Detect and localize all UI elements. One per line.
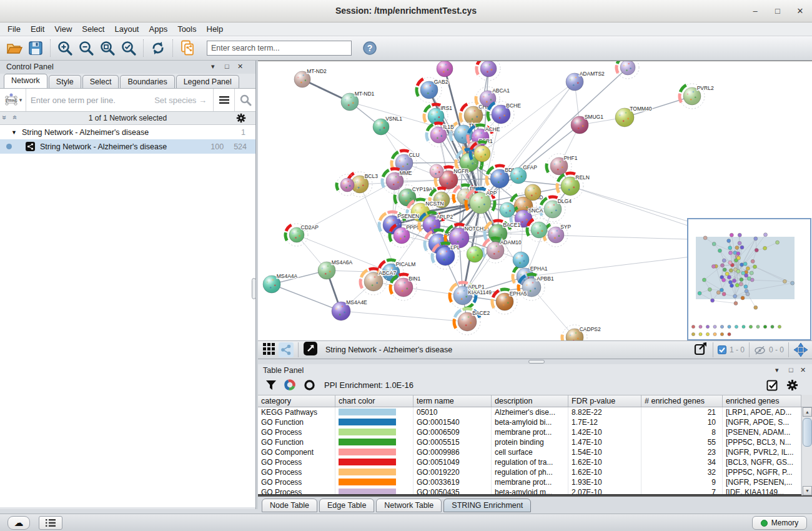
menu-item-view[interactable]: View: [49, 22, 77, 36]
column-header-description[interactable]: description: [492, 395, 568, 407]
remove-charts-button[interactable]: [304, 379, 315, 391]
network-node[interactable]: [500, 202, 515, 217]
save-session-button[interactable]: [25, 38, 46, 58]
network-node-mt-nd2[interactable]: MT-ND2: [294, 68, 327, 87]
network-node[interactable]: [430, 164, 443, 178]
column-header-term-name[interactable]: term name: [413, 395, 492, 407]
network-node-apbb1[interactable]: APBB1: [518, 274, 554, 300]
network-share-toggle[interactable]: [279, 342, 294, 357]
draw-charts-button[interactable]: [284, 379, 296, 391]
table-row[interactable]: GO FunctionGO:0001540beta-amyloid bi...1…: [258, 417, 801, 427]
network-node-bace2[interactable]: BACE2: [454, 309, 490, 335]
network-node[interactable]: [477, 61, 500, 81]
network-node-epha5[interactable]: EPHA5: [492, 289, 527, 314]
menu-item-apps[interactable]: Apps: [144, 22, 173, 36]
string-options-button[interactable]: [213, 89, 234, 111]
import-network-button[interactable]: [177, 38, 198, 58]
vertical-splitter-handle[interactable]: [252, 278, 256, 299]
zoom-in-button[interactable]: [54, 38, 76, 58]
minimize-button[interactable]: –: [747, 5, 763, 17]
menu-item-select[interactable]: Select: [77, 22, 109, 36]
tab-style[interactable]: Style: [49, 75, 81, 88]
table-row[interactable]: GO FunctionGO:0005515protein binding1.47…: [258, 437, 801, 447]
table-row[interactable]: GO ProcessGO:0051049regulation of tra...…: [258, 457, 801, 467]
table-row[interactable]: GO ProcessGO:0019220regulation of ph...1…: [258, 467, 801, 477]
network-node[interactable]: [527, 218, 551, 242]
tab-network[interactable]: Network: [4, 74, 47, 88]
export-network-button[interactable]: [693, 341, 708, 359]
panel-menu-icon[interactable]: ▾: [775, 366, 779, 374]
menu-item-file[interactable]: File: [2, 22, 26, 36]
panel-close-icon[interactable]: ✕: [800, 366, 806, 374]
panel-close-icon[interactable]: ✕: [237, 62, 243, 71]
column-header--enriched-genes[interactable]: # enriched genes: [641, 395, 723, 407]
string-protein-query-selector[interactable]: STRING ▾: [0, 89, 26, 111]
memory-status-button[interactable]: Memory: [752, 516, 807, 530]
gear-icon[interactable]: [236, 113, 246, 123]
select-settings-checkbox-icon[interactable]: [766, 380, 778, 391]
zoom-fit-button[interactable]: [97, 38, 118, 58]
network-node-tomm40[interactable]: TOMM40: [615, 106, 652, 127]
column-header-category[interactable]: category: [258, 395, 335, 407]
close-button[interactable]: ✕: [792, 5, 808, 17]
open-session-button[interactable]: [4, 38, 25, 58]
birdseye-overview-panel[interactable]: [687, 218, 811, 340]
network-node-syp[interactable]: SYP: [544, 223, 572, 247]
scroll-up-arrow[interactable]: ▲: [803, 407, 812, 417]
filter-enrichment-button[interactable]: [265, 380, 277, 390]
scroll-down-arrow[interactable]: ▼: [803, 486, 812, 495]
network-node-aplp1[interactable]: APLP1KIAA1149: [450, 282, 492, 309]
network-collection-row[interactable]: ▼ String Network - Alzheimer's disease 1: [0, 125, 255, 139]
tab-boundaries[interactable]: Boundaries: [120, 75, 174, 88]
network-node-ms4a4a[interactable]: MS4A4A: [263, 273, 298, 294]
column-header-FDR-p-value[interactable]: FDR p-value: [568, 395, 641, 407]
network-node-bin1[interactable]: BIN1: [390, 274, 420, 300]
table-row[interactable]: GO ProcessGO:0033619membrane prot...1.93…: [258, 477, 801, 487]
panel-menu-icon[interactable]: ▾: [211, 62, 215, 71]
table-vertical-scrollbar[interactable]: ▲ ▼: [801, 407, 812, 495]
help-button[interactable]: ?: [359, 38, 380, 58]
task-history-button[interactable]: [39, 516, 62, 530]
tab-string-enrichment[interactable]: STRING Enrichment: [443, 499, 531, 512]
network-node-pvrl2[interactable]: PVRL2: [680, 84, 714, 109]
grid-view-button[interactable]: [263, 343, 275, 357]
table-row[interactable]: KEGG Pathways05010Alzheimer's dise...8.8…: [258, 407, 801, 417]
network-node-ms4a6a[interactable]: MS4A6A: [318, 259, 353, 280]
tab-edge-table[interactable]: Edge Table: [319, 499, 374, 512]
maximize-button[interactable]: □: [770, 5, 786, 17]
fit-selected-icon[interactable]: [793, 342, 808, 357]
cloud-tasks-button[interactable]: ☁: [7, 516, 30, 530]
refresh-button[interactable]: [147, 38, 169, 58]
network-node-dlg4[interactable]: DLG4: [540, 197, 572, 222]
table-row[interactable]: GO ProcessGO:0050435beta-amyloid m...2.0…: [258, 487, 801, 495]
tab-network-table[interactable]: Network Table: [376, 499, 442, 512]
tab-legend-panel[interactable]: Legend Panel: [176, 75, 239, 88]
panel-float-icon[interactable]: □: [225, 62, 229, 70]
selected-checkbox-icon[interactable]: [718, 345, 726, 354]
birdseye-toggle-button[interactable]: [303, 341, 318, 359]
tree-expand-caret[interactable]: ▼: [11, 129, 17, 136]
network-node-smug1[interactable]: SMUG1: [571, 114, 603, 134]
panel-float-icon[interactable]: □: [789, 366, 793, 374]
gear-icon[interactable]: [786, 379, 798, 391]
menu-item-help[interactable]: Help: [202, 22, 229, 36]
network-row-selected[interactable]: String Network - Alzheimer's disease 100…: [0, 139, 255, 154]
tab-node-table[interactable]: Node Table: [262, 499, 317, 512]
network-node[interactable]: [513, 252, 529, 268]
network-node[interactable]: [525, 184, 541, 201]
menu-item-layout[interactable]: Layout: [109, 22, 144, 36]
scrollbar-thumb[interactable]: [803, 418, 812, 447]
network-node-lpl[interactable]: LPL: [432, 243, 460, 269]
string-search-button[interactable]: [234, 89, 255, 111]
column-header-chart-color[interactable]: chart color: [335, 395, 413, 407]
zoom-out-button[interactable]: [76, 38, 97, 58]
hidden-eye-icon[interactable]: [754, 345, 766, 355]
tab-select[interactable]: Select: [82, 75, 119, 88]
string-term-input[interactable]: [26, 95, 154, 106]
network-node-reln[interactable]: RELN: [557, 173, 590, 199]
zoom-selected-button[interactable]: [118, 38, 139, 58]
search-input[interactable]: [207, 41, 352, 56]
network-node-cd2ap[interactable]: CD2AP: [285, 224, 319, 246]
network-canvas[interactable]: MT-ND2MT-ND1VSNL1GAB2IRS1CHATABCA1BCHETN…: [258, 61, 812, 340]
menu-item-edit[interactable]: Edit: [26, 22, 49, 36]
